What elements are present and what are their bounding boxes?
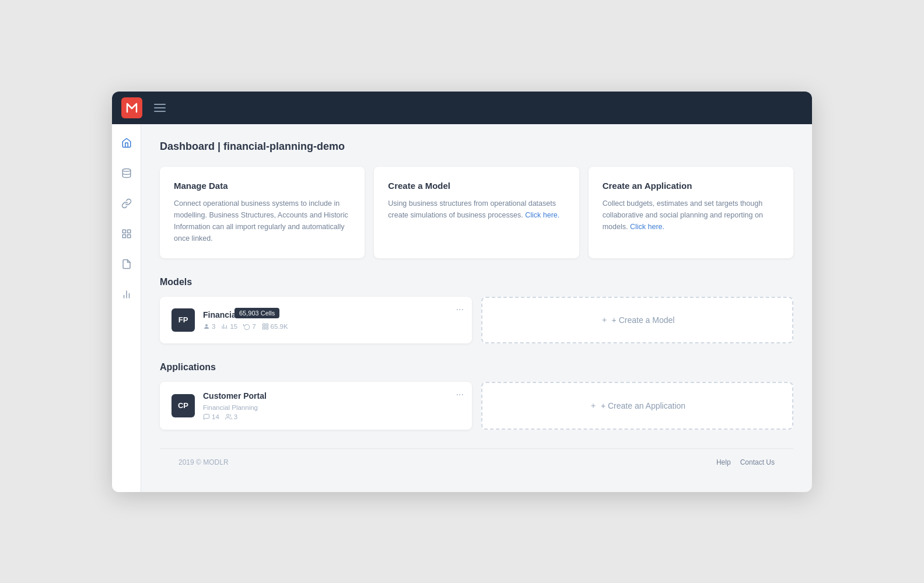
svg-rect-15 xyxy=(266,327,268,329)
create-application-button[interactable]: ＋ + Create an Application xyxy=(481,382,793,430)
app-cp-avatar: CP xyxy=(172,394,195,417)
create-model-button[interactable]: ＋ + Create a Model xyxy=(481,297,793,343)
hamburger-button[interactable] xyxy=(152,101,168,114)
create-application-desc: Collect budgets, estimates and set targe… xyxy=(603,198,779,233)
fp-meta-cells: 65.9K xyxy=(262,323,288,330)
create-application-title: Create an Application xyxy=(603,181,779,191)
svg-rect-4 xyxy=(123,234,125,237)
create-application-card: Create an Application Collect budgets, e… xyxy=(589,167,793,258)
sidebar-item-data[interactable] xyxy=(117,164,136,182)
svg-point-0 xyxy=(123,168,131,171)
main-layout: Dashboard | financial-planning-demo Mana… xyxy=(112,124,812,492)
model-fp-more-button[interactable]: ··· xyxy=(456,305,464,314)
footer: 2019 © MODLR Help Contact Us xyxy=(160,448,793,476)
svg-point-17 xyxy=(226,414,229,416)
app-cp-card: CP Customer Portal Financial Planning 14 xyxy=(160,382,472,430)
manage-data-desc: Connect operational business systems to … xyxy=(174,198,351,244)
footer-contact-link[interactable]: Contact Us xyxy=(740,458,775,466)
svg-rect-1 xyxy=(123,230,125,233)
svg-rect-13 xyxy=(262,324,265,326)
manage-data-card: Manage Data Connect operational business… xyxy=(160,167,365,258)
applications-section-title: Applications xyxy=(160,362,793,373)
model-fp-meta: 3 15 7 65.9 xyxy=(203,323,460,330)
create-model-card: Create a Model Using business structures… xyxy=(374,167,579,258)
fp-meta-bars: 15 xyxy=(221,323,237,330)
models-section-title: Models xyxy=(160,277,793,287)
model-fp-tooltip: 65,903 Cells xyxy=(235,308,279,318)
footer-help-link[interactable]: Help xyxy=(716,458,731,466)
app-cp-sublabel: Financial Planning xyxy=(203,404,460,411)
sidebar-item-link[interactable] xyxy=(117,194,136,213)
cp-meta-users: 3 xyxy=(225,413,237,420)
svg-rect-14 xyxy=(266,324,268,326)
top-nav xyxy=(112,92,812,124)
page-title: Dashboard | financial-planning-demo xyxy=(160,141,793,153)
applications-grid: CP Customer Portal Financial Planning 14 xyxy=(160,382,793,430)
app-window: Dashboard | financial-planning-demo Mana… xyxy=(112,92,812,492)
manage-data-title: Manage Data xyxy=(174,181,351,191)
svg-rect-16 xyxy=(262,327,265,329)
sidebar-item-docs[interactable] xyxy=(117,255,136,273)
create-model-label: + Create a Model xyxy=(612,315,675,325)
footer-links: Help Contact Us xyxy=(716,458,775,466)
create-application-link[interactable]: Click here. xyxy=(630,223,664,231)
create-model-desc: Using business structures from operation… xyxy=(388,198,565,221)
sidebar-item-models[interactable] xyxy=(117,224,136,243)
sidebar-item-home[interactable] xyxy=(117,134,136,152)
create-model-plus-icon: ＋ xyxy=(600,315,608,325)
info-cards-row: Manage Data Connect operational business… xyxy=(160,167,793,258)
app-cp-more-button[interactable]: ··· xyxy=(456,390,464,399)
create-model-title: Create a Model xyxy=(388,181,565,191)
cp-meta-comments: 14 xyxy=(203,413,219,420)
app-cp-info: Customer Portal Financial Planning 14 3 xyxy=(203,391,460,420)
app-cp-meta: 14 3 xyxy=(203,413,460,420)
content-area: Dashboard | financial-planning-demo Mana… xyxy=(141,124,812,492)
fp-meta-refresh: 7 xyxy=(243,323,256,330)
sidebar-item-reports[interactable] xyxy=(117,285,136,304)
svg-rect-2 xyxy=(127,230,130,233)
create-model-link[interactable]: Click here. xyxy=(525,211,559,219)
sidebar xyxy=(112,124,141,492)
footer-copyright: 2019 © MODLR xyxy=(178,458,229,466)
model-fp-card: FP Financial Pla... 65,903 Cells 3 xyxy=(160,297,472,343)
svg-rect-3 xyxy=(127,234,130,237)
fp-meta-users: 3 xyxy=(203,323,215,330)
logo xyxy=(121,97,142,118)
model-fp-info: Financial Pla... 65,903 Cells 3 15 xyxy=(203,310,460,330)
create-application-plus-icon: ＋ xyxy=(589,401,597,411)
app-cp-name: Customer Portal xyxy=(203,391,460,401)
create-application-label: + Create an Application xyxy=(601,401,685,410)
models-grid: FP Financial Pla... 65,903 Cells 3 xyxy=(160,297,793,343)
model-fp-avatar: FP xyxy=(172,308,195,332)
svg-point-8 xyxy=(205,324,208,326)
